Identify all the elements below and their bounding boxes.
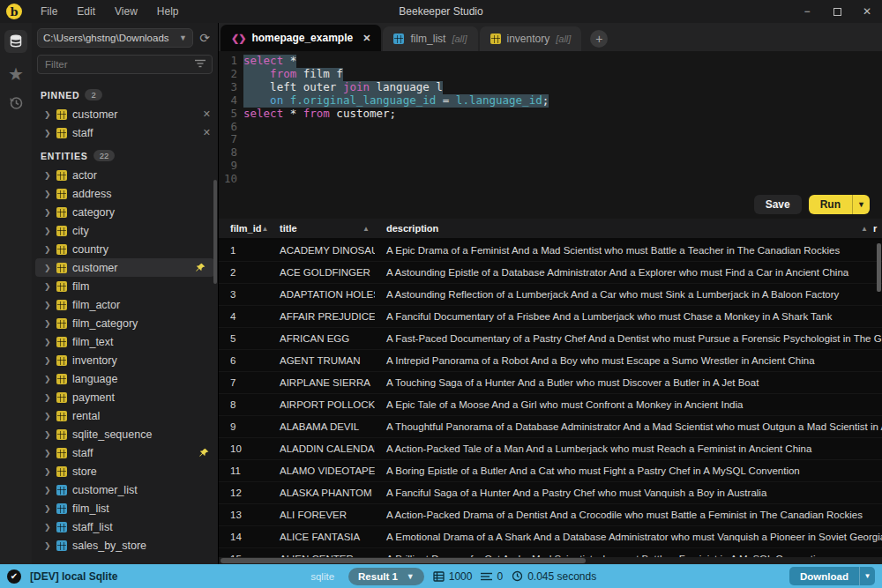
- result-selector[interactable]: Result 1 ▼: [348, 568, 424, 585]
- run-dropdown[interactable]: ▼: [852, 195, 870, 214]
- column-header-clipped[interactable]: r: [873, 223, 882, 234]
- sort-icon[interactable]: ▲: [861, 225, 868, 233]
- chevron-right-icon[interactable]: ❯: [44, 504, 51, 513]
- table-row[interactable]: 3ADAPTATION HOLESA Astounding Reflection…: [219, 284, 882, 306]
- chevron-right-icon[interactable]: ❯: [44, 190, 51, 198]
- chevron-right-icon[interactable]: ❯: [44, 264, 51, 272]
- entity-item-category[interactable]: ❯category: [32, 203, 218, 221]
- entity-item-rental[interactable]: ❯rental: [32, 406, 218, 425]
- chevron-right-icon[interactable]: ❯: [44, 356, 51, 365]
- entity-item-sales_by_store[interactable]: ❯sales_by_store: [32, 536, 218, 555]
- entity-item-store[interactable]: ❯store: [32, 462, 218, 480]
- entity-item-customer[interactable]: ❯customer: [35, 258, 214, 277]
- entity-item-staff_list[interactable]: ❯staff_list: [32, 517, 218, 536]
- pinned-item-customer[interactable]: ❯customer✕: [32, 105, 218, 123]
- entity-item-customer_list[interactable]: ❯customer_list: [32, 480, 218, 499]
- column-header-title[interactable]: title▲: [268, 223, 375, 234]
- chevron-right-icon[interactable]: ❯: [44, 319, 51, 328]
- database-icon[interactable]: [4, 30, 27, 53]
- sidebar-scrollbar[interactable]: [213, 180, 217, 284]
- table-row[interactable]: 4AFFAIR PREJUDICEA Fanciful Documentary …: [219, 306, 882, 328]
- pin-icon[interactable]: [195, 262, 207, 274]
- table-row[interactable]: 2ACE GOLDFINGERA Astounding Epistle of a…: [219, 262, 882, 284]
- chevron-right-icon[interactable]: ❯: [44, 523, 51, 532]
- entity-item-staff[interactable]: ❯staff: [32, 443, 218, 462]
- chevron-right-icon[interactable]: ❯: [44, 412, 51, 421]
- entity-item-payment[interactable]: ❯payment: [32, 388, 218, 406]
- table-row[interactable]: 10ALADDIN CALENDARA Action-Packed Tale o…: [219, 438, 882, 460]
- sort-icon[interactable]: ▲: [363, 225, 370, 233]
- results-vertical-scrollbar[interactable]: [877, 243, 881, 292]
- unpin-close-icon[interactable]: ✕: [203, 108, 211, 120]
- new-tab-button[interactable]: +: [590, 30, 608, 48]
- entity-item-film_text[interactable]: ❯film_text: [32, 332, 218, 351]
- table-row[interactable]: 7AIRPLANE SIERRAA Touching Saga of a Hun…: [219, 372, 882, 394]
- history-icon[interactable]: [8, 95, 24, 114]
- close-icon[interactable]: ✕: [363, 33, 370, 44]
- table-row[interactable]: 14ALICE FANTASIAA Emotional Drama of a A…: [219, 526, 882, 548]
- entity-item-film_actor[interactable]: ❯film_actor: [32, 295, 218, 314]
- chevron-right-icon[interactable]: ❯: [44, 393, 51, 402]
- entity-item-language[interactable]: ❯language: [32, 369, 218, 388]
- chevron-right-icon[interactable]: ❯: [44, 541, 51, 550]
- entity-item-country[interactable]: ❯country: [32, 240, 218, 258]
- download-button-label[interactable]: Download: [789, 567, 859, 585]
- chevron-right-icon[interactable]: ❯: [44, 467, 51, 476]
- chevron-right-icon[interactable]: ❯: [44, 245, 51, 254]
- chevron-right-icon[interactable]: ❯: [44, 486, 51, 495]
- filter-icon[interactable]: [195, 59, 206, 68]
- filter-input[interactable]: [37, 55, 213, 74]
- download-dropdown[interactable]: ▼: [859, 567, 875, 585]
- editor-code[interactable]: select * from film f left outer join lan…: [243, 55, 882, 190]
- table-row[interactable]: 1ACADEMY DINOSAURA Epic Drama of a Femin…: [219, 240, 882, 262]
- table-row[interactable]: 8AIRPORT POLLOCKA Epic Tale of a Moose A…: [219, 394, 882, 416]
- minimize-button[interactable]: −: [792, 0, 822, 23]
- results-horizontal-scrollbar[interactable]: [219, 557, 882, 564]
- entity-item-sqlite_sequence[interactable]: ❯sqlite_sequence: [32, 425, 218, 443]
- table-row[interactable]: 12ALASKA PHANTOMA Fanciful Saga of a Hun…: [219, 482, 882, 504]
- maximize-button[interactable]: [822, 0, 852, 23]
- column-header-description[interactable]: description▲: [375, 223, 873, 234]
- entity-item-film_list[interactable]: ❯film_list: [32, 499, 218, 517]
- table-row[interactable]: 13ALI FOREVERA Action-Packed Drama of a …: [219, 504, 882, 526]
- entity-item-film[interactable]: ❯film: [32, 277, 218, 295]
- save-button[interactable]: Save: [754, 195, 802, 214]
- download-button[interactable]: Download ▼: [789, 567, 875, 585]
- tab-inventory[interactable]: inventory[all]: [480, 26, 582, 51]
- entity-item-address[interactable]: ❯address: [32, 184, 218, 203]
- sql-editor[interactable]: 12345678910 select * from film f left ou…: [219, 51, 882, 190]
- table-row[interactable]: 11ALAMO VIDEOTAPEA Boring Epistle of a B…: [219, 460, 882, 482]
- chevron-right-icon[interactable]: ❯: [44, 375, 51, 383]
- favorites-star-icon[interactable]: ★: [8, 65, 24, 83]
- pin-icon[interactable]: [198, 447, 211, 459]
- table-row[interactable]: 9ALABAMA DEVILA Thoughtful Panorama of a…: [219, 416, 882, 438]
- chevron-right-icon[interactable]: ❯: [44, 338, 51, 346]
- menu-view[interactable]: View: [105, 0, 147, 23]
- chevron-right-icon[interactable]: ❯: [44, 430, 51, 439]
- menu-edit[interactable]: Edit: [67, 0, 105, 23]
- chevron-right-icon[interactable]: ❯: [44, 449, 51, 458]
- unpin-close-icon[interactable]: ✕: [203, 127, 211, 138]
- scrollbar-thumb[interactable]: [220, 558, 586, 563]
- run-button[interactable]: Run ▼: [809, 195, 870, 214]
- menu-help[interactable]: Help: [147, 0, 189, 23]
- entity-item-film_category[interactable]: ❯film_category: [32, 314, 218, 332]
- entity-item-inventory[interactable]: ❯inventory: [32, 351, 218, 369]
- menu-file[interactable]: File: [31, 0, 67, 23]
- close-button[interactable]: ✕: [852, 0, 882, 23]
- tab-homepage_example[interactable]: ❮❯homepage_example✕: [220, 25, 381, 51]
- run-button-label[interactable]: Run: [809, 195, 852, 214]
- chevron-right-icon[interactable]: ❯: [44, 282, 51, 291]
- pinned-item-staff[interactable]: ❯staff✕: [32, 123, 218, 142]
- entity-item-city[interactable]: ❯city: [32, 221, 218, 240]
- table-row[interactable]: 6AGENT TRUMANA Intrepid Panorama of a Ro…: [219, 350, 882, 372]
- chevron-right-icon[interactable]: ❯: [44, 208, 51, 217]
- chevron-right-icon[interactable]: ❯: [44, 129, 51, 138]
- table-row[interactable]: 5AFRICAN EGGA Fast-Paced Documentary of …: [219, 328, 882, 350]
- chevron-right-icon[interactable]: ❯: [44, 301, 51, 309]
- column-header-film_id[interactable]: film_id▲: [219, 223, 268, 234]
- chevron-right-icon[interactable]: ❯: [44, 227, 51, 235]
- connection-select[interactable]: C:\Users\ghstng\Downloads ▼: [37, 28, 193, 48]
- entity-item-actor[interactable]: ❯actor: [32, 166, 218, 184]
- tab-film_list[interactable]: film_list[all]: [383, 26, 477, 51]
